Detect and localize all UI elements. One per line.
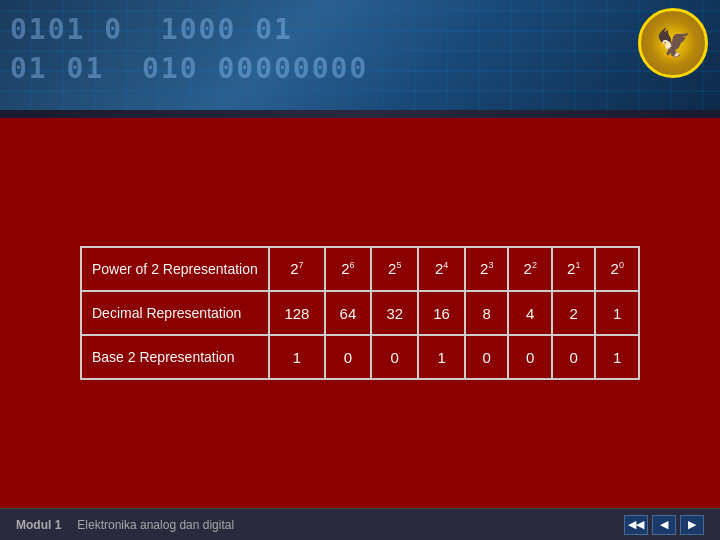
row-label-power: Power of 2 Representation (81, 247, 269, 291)
table-cell: 24 (418, 247, 465, 291)
footer-modul-label: Modul 1 (16, 518, 61, 532)
table-cell: 0 (465, 335, 508, 379)
table-cell: 2 (552, 291, 595, 335)
footer: Modul 1 Elektronika analog dan digital ◀… (0, 508, 720, 540)
header-divider (0, 110, 720, 118)
table-cell: 1 (269, 335, 324, 379)
nav-next-button[interactable]: ▶ (680, 515, 704, 535)
row-label-decimal: Decimal Representation (81, 291, 269, 335)
footer-nav: ◀◀ ◀ ▶ (624, 515, 704, 535)
table-cell: 23 (465, 247, 508, 291)
table-row: Power of 2 Representation 27 26 25 24 23… (81, 247, 639, 291)
table-cell: 21 (552, 247, 595, 291)
nav-prev-button[interactable]: ◀ (652, 515, 676, 535)
main-content: Power of 2 Representation 27 26 25 24 23… (0, 118, 720, 508)
data-table: Power of 2 Representation 27 26 25 24 23… (80, 246, 640, 381)
footer-left: Modul 1 Elektronika analog dan digital (16, 518, 234, 532)
header-banner: 0101 0 1000 01 01 01 010 00000000 🦅 (0, 0, 720, 110)
table-cell: 1 (595, 335, 639, 379)
table-cell: 0 (508, 335, 551, 379)
nav-prev-prev-button[interactable]: ◀◀ (624, 515, 648, 535)
table-cell: 16 (418, 291, 465, 335)
table-cell: 22 (508, 247, 551, 291)
table-cell: 0 (552, 335, 595, 379)
table-cell: 128 (269, 291, 324, 335)
row-label-base2: Base 2 Representation (81, 335, 269, 379)
table-cell: 0 (325, 335, 372, 379)
table-cell: 1 (595, 291, 639, 335)
table-cell: 27 (269, 247, 324, 291)
table-row: Base 2 Representation 1 0 0 1 0 0 0 1 (81, 335, 639, 379)
table-cell: 26 (325, 247, 372, 291)
header-text-overlay: 0101 0 1000 01 01 01 010 00000000 (10, 10, 368, 88)
table-cell: 0 (371, 335, 418, 379)
table-row: Decimal Representation 128 64 32 16 8 4 … (81, 291, 639, 335)
table-cell: 8 (465, 291, 508, 335)
table-cell: 32 (371, 291, 418, 335)
table-cell: 4 (508, 291, 551, 335)
table-cell: 20 (595, 247, 639, 291)
table-cell: 25 (371, 247, 418, 291)
footer-title: Elektronika analog dan digital (77, 518, 234, 532)
logo-icon: 🦅 (638, 8, 708, 78)
table-cell: 1 (418, 335, 465, 379)
table-cell: 64 (325, 291, 372, 335)
